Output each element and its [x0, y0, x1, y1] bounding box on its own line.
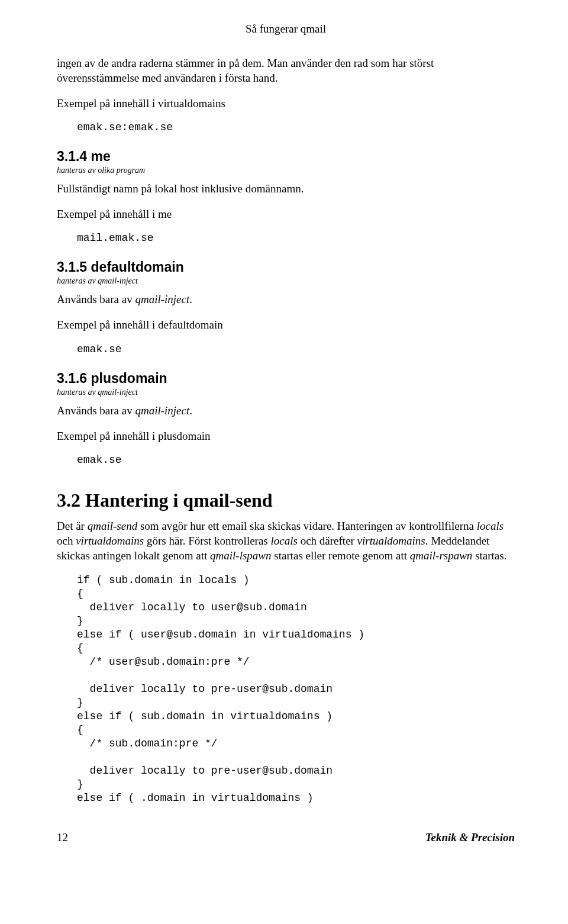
- text-part: startas.: [472, 549, 506, 562]
- italic-term: virtualdomains: [76, 535, 144, 547]
- paragraph: Fullständigt namn på lokal host inklusiv…: [57, 181, 515, 196]
- italic-term: qmail-send: [88, 520, 137, 532]
- text-part: och därefter: [298, 535, 357, 547]
- paragraph: Används bara av qmail-inject.: [57, 292, 515, 307]
- paragraph: Används bara av qmail-inject.: [57, 403, 515, 418]
- text-part: Används bara av: [57, 404, 135, 417]
- text-part: och: [57, 535, 76, 547]
- subnote: hanteras av qmail-inject: [57, 388, 515, 397]
- subnote: hanteras av olika program: [57, 166, 515, 175]
- page-footer: 12 Teknik & Precision: [57, 831, 515, 844]
- italic-term: qmail-lspawn: [210, 549, 271, 562]
- text-part: görs här. Först kontrolleras: [144, 535, 270, 547]
- text-part: Det är: [57, 520, 88, 532]
- code-block: if ( sub.domain in locals ) { deliver lo…: [57, 574, 515, 806]
- code-line: mail.emak.se: [57, 232, 515, 244]
- text-part: .: [189, 404, 192, 417]
- code-line: emak.se: [57, 454, 515, 466]
- italic-term: locals: [477, 520, 504, 532]
- text-part: startas eller remote genom att: [272, 549, 410, 562]
- heading-32: 3.2 Hantering i qmail-send: [57, 490, 515, 511]
- heading-314: 3.1.4 me: [57, 149, 515, 165]
- paragraph: Exempel på innehåll i me: [57, 207, 515, 221]
- paragraph: Exempel på innehåll i defaultdomain: [57, 317, 515, 332]
- paragraph: Det är qmail-send som avgör hur ett emai…: [57, 519, 515, 563]
- paragraph: ingen av de andra raderna stämmer in på …: [57, 56, 515, 85]
- page-number: 12: [57, 831, 68, 844]
- code-line: emak.se:emak.se: [57, 121, 515, 133]
- footer-brand: Teknik & Precision: [425, 831, 515, 844]
- italic-term: virtualdomains: [357, 535, 425, 547]
- code-line: emak.se: [57, 343, 515, 355]
- heading-315: 3.1.5 defaultdomain: [57, 259, 515, 275]
- italic-term: qmail-inject: [135, 293, 189, 305]
- text-part: Används bara av: [57, 293, 135, 305]
- text-part: som avgör hur ett email ska skickas vida…: [137, 520, 477, 532]
- subnote: hanteras av qmail-inject: [57, 276, 515, 286]
- heading-316: 3.1.6 plusdomain: [57, 371, 515, 387]
- italic-term: qmail-inject: [135, 404, 189, 417]
- running-header: Så fungerar qmail: [57, 22, 515, 36]
- paragraph: Exempel på innehåll i plusdomain: [57, 429, 515, 443]
- italic-term: qmail-rspawn: [410, 549, 473, 562]
- paragraph: Exempel på innehåll i virtualdomains: [57, 96, 515, 111]
- italic-term: locals: [271, 535, 298, 547]
- text-part: .: [189, 293, 192, 305]
